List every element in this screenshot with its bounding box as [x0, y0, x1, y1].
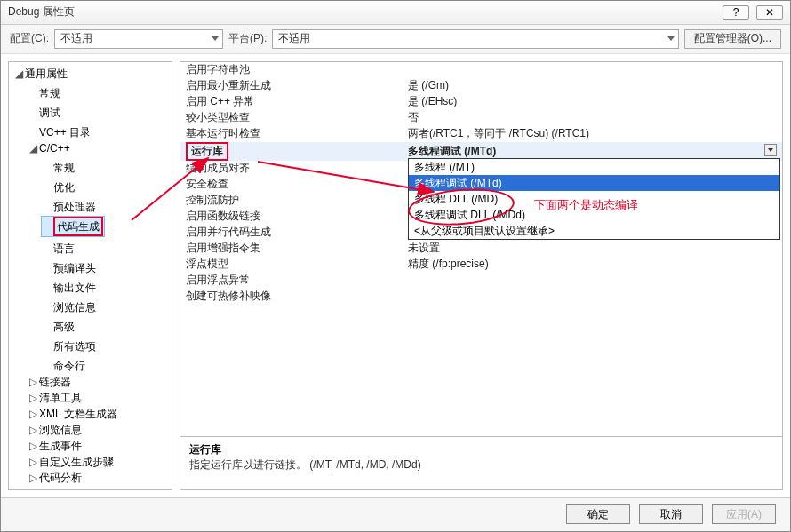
window-title: Debug 属性页	[8, 4, 75, 20]
annotation-text: 下面两个是动态编译	[534, 197, 638, 213]
tree-item-cpp-codegen[interactable]: 代码生成	[41, 216, 105, 237]
grid-row[interactable]: 启用最小重新生成是 (/Gm)	[180, 78, 782, 94]
grid-row[interactable]: 启用字符串池	[180, 62, 782, 78]
grid-row[interactable]: 基本运行时检查两者(/RTC1，等同于 /RTCsu) (/RTC1)	[180, 126, 782, 142]
tree-item-xmldoc[interactable]: ▷XML 文档生成器	[27, 406, 119, 422]
body: ◢通用属性 常规 调试 VC++ 目录 ◢C/C++ 常规 优化 预处理器 代码…	[1, 54, 790, 497]
tree-item-cpp-cmdline[interactable]: 命令行	[41, 358, 87, 374]
config-label: 配置(C):	[10, 31, 49, 46]
dropdown-option-mt[interactable]: 多线程 (/MT)	[409, 159, 779, 175]
tree-item-cpp-browse[interactable]: 浏览信息	[41, 299, 98, 315]
tree-item-cpp-optimize[interactable]: 优化	[41, 179, 76, 195]
tree-item-cpp-output[interactable]: 输出文件	[41, 280, 98, 296]
tree-item-cpp-general[interactable]: 常规	[41, 160, 76, 176]
grid-row[interactable]: 启用 C++ 异常是 (/EHsc)	[180, 94, 782, 110]
grid-row[interactable]: 启用浮点异常	[180, 273, 782, 289]
grid-row[interactable]: 较小类型检查否	[180, 110, 782, 126]
chevron-down-icon	[667, 36, 675, 41]
titlebar: Debug 属性页 ? ✕	[1, 1, 790, 25]
platform-label: 平台(P):	[228, 31, 267, 46]
tree: ◢通用属性 常规 调试 VC++ 目录 ◢C/C++ 常规 优化 预处理器 代码…	[9, 66, 172, 486]
tree-item-general[interactable]: 常规	[27, 85, 62, 101]
tree-item-cpp[interactable]: ◢C/C++	[27, 140, 72, 156]
config-select[interactable]: 不适用	[54, 29, 223, 49]
tree-item-manifest[interactable]: ▷清单工具	[27, 390, 84, 406]
dropdown-option-inherit[interactable]: <从父级或项目默认设置继承>	[409, 223, 779, 239]
tree-item-cpp-pch[interactable]: 预编译头	[41, 260, 98, 276]
tree-item-buildevt[interactable]: ▷生成事件	[27, 438, 84, 454]
chevron-down-icon	[212, 36, 219, 41]
cancel-button[interactable]: 取消	[639, 504, 703, 524]
window-controls: ? ✕	[723, 5, 783, 20]
tree-item-cpp-advanced[interactable]: 高级	[41, 319, 76, 335]
tree-item-debug[interactable]: 调试	[27, 105, 62, 121]
apply-button[interactable]: 应用(A)	[712, 504, 776, 524]
dropdown-arrow-icon[interactable]	[764, 144, 777, 156]
tree-item-cpp-lang[interactable]: 语言	[41, 241, 76, 257]
tree-panel: ◢通用属性 常规 调试 VC++ 目录 ◢C/C++ 常规 优化 预处理器 代码…	[8, 61, 172, 490]
tree-item-codeanalysis[interactable]: ▷代码分析	[27, 470, 84, 486]
tree-item-linker[interactable]: ▷链接器	[27, 374, 73, 390]
ok-button[interactable]: 确定	[566, 504, 630, 524]
grid-row[interactable]: 浮点模型精度 (/fp:precise)	[180, 257, 782, 273]
button-bar: 确定 取消 应用(A)	[1, 497, 790, 531]
tree-item-cpp-all[interactable]: 所有选项	[41, 338, 98, 354]
tree-item-browse[interactable]: ▷浏览信息	[27, 422, 84, 438]
desc-body: 指定运行库以进行链接。 (/MT, /MTd, /MD, /MDd)	[189, 457, 773, 472]
close-button[interactable]: ✕	[756, 5, 783, 20]
tree-item-cpp-preproc[interactable]: 预处理器	[41, 199, 98, 215]
desc-title: 运行库	[189, 442, 773, 457]
platform-select[interactable]: 不适用	[272, 29, 678, 49]
description-panel: 运行库 指定运行库以进行链接。 (/MT, /MTd, /MD, /MDd)	[180, 436, 782, 489]
tree-item-custombuild[interactable]: ▷自定义生成步骤	[27, 454, 116, 470]
help-button[interactable]: ?	[723, 5, 749, 20]
config-bar: 配置(C): 不适用 平台(P): 不适用 配置管理器(O)...	[1, 25, 790, 54]
grid-row[interactable]: 启用增强指令集未设置	[180, 241, 782, 257]
right-panel: 启用字符串池 启用最小重新生成是 (/Gm) 启用 C++ 异常是 (/EHsc…	[180, 61, 783, 490]
runtime-lib-label: 运行库	[186, 142, 228, 161]
property-grid: 启用字符串池 启用最小重新生成是 (/Gm) 启用 C++ 异常是 (/EHsc…	[180, 62, 782, 436]
grid-row[interactable]: 创建可热修补映像	[180, 289, 782, 305]
tree-item-vcdirs[interactable]: VC++ 目录	[27, 124, 92, 140]
config-manager-button[interactable]: 配置管理器(O)...	[684, 29, 781, 49]
tree-root[interactable]: ◢通用属性	[12, 66, 69, 82]
property-page-window: Debug 属性页 ? ✕ 配置(C): 不适用 平台(P): 不适用 配置管理…	[0, 0, 791, 532]
